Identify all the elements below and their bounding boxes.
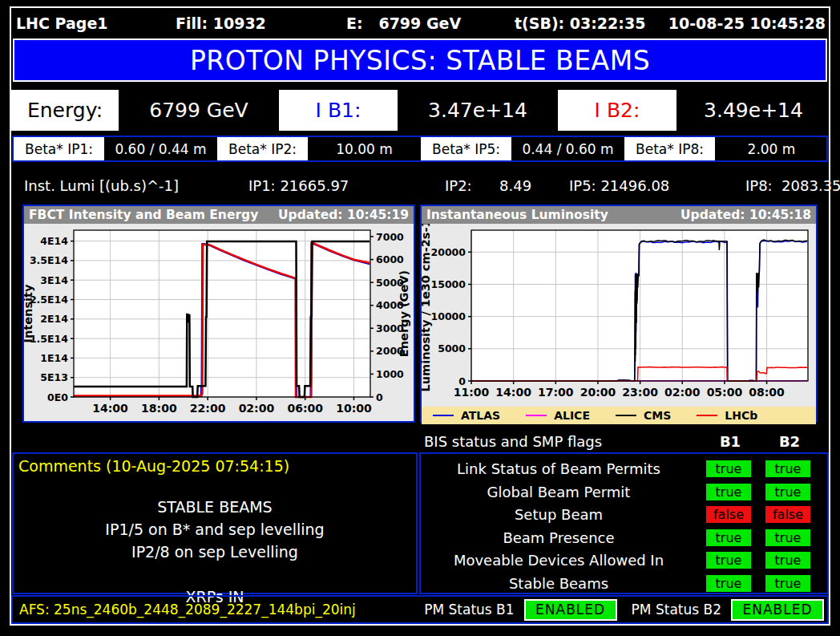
lumi-ip8: IP8: 2083.35	[745, 177, 840, 194]
bis-row: Beam Presencetruetrue	[426, 529, 810, 546]
svg-text:7000: 7000	[376, 231, 404, 243]
comment-line	[14, 563, 416, 585]
svg-text:06:00: 06:00	[287, 402, 323, 415]
flag-b1: true	[706, 552, 751, 569]
intensity-b1-label: I B1:	[279, 90, 398, 131]
inst-lumi-row: Inst. Lumi [(ub.s)^-1] IP1: 21665.97 IP2…	[11, 168, 829, 202]
beta-star-row: Beta* IP1:0.60 / 0.44 mBeta* IP2:10.00 m…	[12, 136, 828, 162]
flag-b2: true	[765, 575, 810, 592]
svg-text:Intensity: Intensity	[24, 284, 34, 342]
svg-text:18:00: 18:00	[141, 402, 177, 415]
comment-line: IP1/5 on B* and sep levelling	[14, 518, 416, 541]
fill-number: Fill: 10932	[176, 14, 266, 32]
svg-text:0E0: 0E0	[47, 391, 68, 403]
svg-text:02:00: 02:00	[239, 402, 275, 415]
bis-row: Link Status of Beam Permitstruetrue	[426, 460, 810, 477]
top-status-bar: LHC Page1 Fill: 10932 E: 6799 GeV t(SB):…	[11, 8, 829, 37]
beta-label-1: Beta* IP1:	[14, 137, 104, 160]
svg-text:10:00: 10:00	[336, 402, 372, 415]
flag-b1: false	[706, 506, 751, 523]
bis-row-label: Global Beam Permit	[426, 484, 692, 500]
bis-header-row: BIS status and SMP flags B1 B2	[419, 430, 829, 452]
svg-text:2.5E14: 2.5E14	[30, 294, 68, 306]
beta-label-2: Beta* IP2:	[217, 137, 308, 160]
luminosity-chart-box: Instantaneous Luminosity Updated: 10:45:…	[420, 205, 818, 423]
flag-b1: true	[706, 575, 751, 592]
bis-row: Global Beam Permittruetrue	[426, 484, 810, 500]
energy-label: Energy:	[11, 90, 119, 131]
legend-line-cms	[616, 415, 636, 416]
bis-row-label: Link Status of Beam Permits	[426, 460, 692, 477]
legend-label: CMS	[644, 409, 671, 422]
luminosity-chart-titlebar: Instantaneous Luminosity Updated: 10:45:…	[422, 206, 816, 224]
legend-label: LHCb	[725, 409, 757, 422]
fbct-chart-box: FBCT Intensity and Beam Energy Updated: …	[22, 205, 415, 423]
svg-text:20000: 20000	[431, 246, 466, 258]
flag-b1: true	[706, 484, 751, 500]
beta-value-3: 0.44 / 0.60 m	[513, 137, 623, 160]
svg-text:1.5E14: 1.5E14	[30, 333, 68, 345]
beam-mode-text: PROTON PHYSICS: STABLE BEAMS	[190, 45, 650, 76]
svg-text:1000: 1000	[376, 368, 404, 380]
legend-item-lhcb: LHCb	[697, 409, 757, 422]
svg-text:Luminosity / 1e30 cm-2s-1: Luminosity / 1e30 cm-2s-1	[422, 224, 432, 392]
svg-text:23:00: 23:00	[622, 386, 658, 399]
comment-line: STABLE BEAMS	[14, 496, 416, 518]
legend-item-alice: ALICE	[526, 409, 590, 422]
bis-row: Moveable Devices Allowed Intruetrue	[426, 552, 810, 569]
flag-b2: true	[765, 460, 810, 477]
svg-text:4E14: 4E14	[40, 235, 68, 247]
beam-mode-banner: PROTON PHYSICS: STABLE BEAMS	[13, 38, 827, 82]
page-title: LHC Page1	[16, 14, 108, 32]
bis-header-title: BIS status and SMP flags	[424, 433, 693, 450]
comments-title: Comments (10-Aug-2025 07:54:15)	[14, 454, 416, 478]
bis-row: Setup Beamfalsefalse	[426, 506, 810, 523]
flag-b1: true	[706, 460, 751, 477]
fbct-chart-title: FBCT Intensity and Beam Energy	[29, 208, 258, 222]
legend-label: ALICE	[554, 409, 590, 422]
svg-text:22:00: 22:00	[190, 402, 226, 415]
flag-b2: true	[765, 484, 810, 500]
svg-text:11:00: 11:00	[454, 386, 490, 399]
svg-text:02:00: 02:00	[664, 386, 701, 399]
svg-text:3E14: 3E14	[40, 274, 68, 286]
svg-text:15000: 15000	[431, 278, 466, 290]
lumi-units-label: Inst. Lumi [(ub.s)^-1]	[24, 177, 179, 194]
beta-label-4: Beta* IP8:	[624, 137, 715, 160]
flag-b2: true	[765, 529, 810, 546]
flag-b2: true	[765, 552, 810, 569]
svg-text:6000: 6000	[376, 253, 404, 265]
svg-text:14:00: 14:00	[92, 402, 128, 415]
pm-status-b2-label: PM Status B2	[632, 602, 721, 618]
energy-intensity-row: Energy: 6799 GeV I B1: 3.47e+14 I B2: 3.…	[11, 90, 829, 131]
time-in-sb: t(SB): 03:22:35	[515, 14, 645, 32]
svg-text:0: 0	[376, 391, 383, 403]
beam-energy-top: E: 6799 GeV	[346, 14, 461, 32]
afs-filling-scheme: AFS: 25ns_2460b_2448_2089_2227_144bpi_20…	[19, 602, 356, 618]
legend-item-atlas: ATLAS	[433, 409, 500, 422]
pm-status-b1-badge: ENABLED	[524, 599, 617, 621]
legend-line-atlas	[433, 415, 454, 416]
svg-text:2E14: 2E14	[40, 313, 68, 325]
svg-text:0: 0	[458, 375, 466, 387]
legend-line-lhcb	[697, 415, 717, 416]
bis-col-b2: B2	[767, 433, 812, 450]
luminosity-legend: ATLASALICECMSLHCb	[422, 407, 816, 424]
lumi-ip5: IP5: 21496.08	[569, 177, 669, 194]
lumi-ip1: IP1: 21665.97	[248, 177, 349, 194]
luminosity-chart-title: Instantaneous Luminosity	[426, 208, 608, 222]
beta-label-3: Beta* IP5:	[421, 137, 511, 160]
svg-text:5000: 5000	[438, 342, 466, 354]
svg-text:5E13: 5E13	[40, 371, 68, 383]
lumi-ip2: IP2: 8.49	[445, 177, 531, 194]
bis-row-label: Stable Beams	[426, 575, 692, 592]
svg-text:14:00: 14:00	[495, 386, 531, 399]
fbct-chart-titlebar: FBCT Intensity and Beam Energy Updated: …	[24, 206, 414, 224]
legend-label: ATLAS	[461, 409, 500, 422]
intensity-b2-label: I B2:	[558, 90, 676, 131]
beta-value-4: 2.00 m	[717, 137, 826, 160]
bis-row-label: Beam Presence	[426, 529, 692, 546]
svg-text:05:00: 05:00	[707, 386, 743, 399]
svg-text:17:00: 17:00	[538, 386, 574, 399]
beta-value-2: 10.00 m	[309, 137, 419, 160]
